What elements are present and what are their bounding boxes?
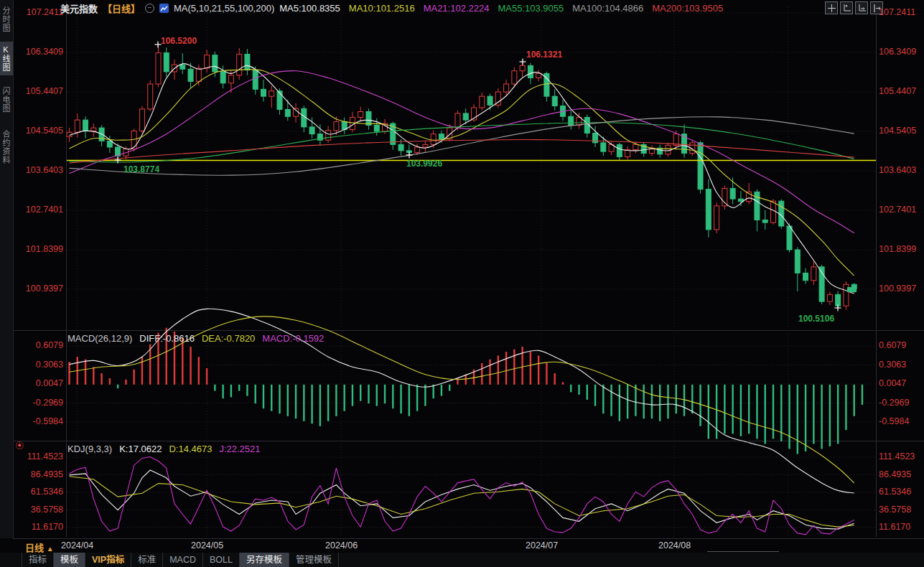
kdj-ytick-left: 86.4935 (11, 469, 63, 479)
price-annotation: 106.1321 (526, 50, 562, 60)
kdj-ytick-left: 111.4523 (11, 451, 63, 461)
chart-header: 美元指数 【日线】 − MA(5,10,21,55,100,200) MA5:1… (60, 1, 723, 14)
kdj-header: KDJ(9,3,3)K:17.0622D:14.4673J:22.2521 (67, 444, 261, 454)
main-ytick-right: 106.3409 (879, 47, 916, 57)
macd-header-segment: DEA:-0.7820 (202, 333, 255, 344)
footer-tab-bar: 指标模板VIP指标标准MACDBOLL另存模板管理模板 (0, 553, 924, 567)
price-annotation: 103.8774 (123, 164, 159, 174)
kdj-ytick-right: 111.4523 (879, 451, 915, 461)
ma-value-1: MA10:101.2516 (349, 3, 415, 14)
price-annotation: 106.5200 (161, 36, 197, 46)
macd-header-segment: MACD:-0.1592 (262, 333, 324, 344)
main-ytick-left: 101.8399 (11, 244, 63, 254)
main-ytick-left: 105.4407 (11, 86, 63, 96)
ma-legend: MA5:100.8355MA10:101.2516MA21:102.2224MA… (279, 3, 723, 14)
main-ytick-right: 107.2411 (879, 7, 915, 17)
macd-ytick-right: 0.0047 (879, 378, 906, 388)
price-annotation: 100.5106 (798, 314, 834, 324)
ma-value-4: MA100:104.4866 (572, 3, 643, 14)
collapse-icon[interactable]: − (145, 4, 154, 13)
footer-tabs: 指标模板VIP指标标准MACDBOLL另存模板管理模板 (22, 553, 339, 567)
main-ytick-left: 103.6403 (11, 165, 63, 175)
macd-ytick-left: 0.0047 (11, 378, 63, 388)
chart-mode-sidebar: 分时图 K线图 闪电图 合约资料 (0, 0, 14, 538)
chart-canvas[interactable] (0, 0, 924, 567)
kdj-header-segment: J:22.2521 (219, 444, 260, 454)
footer-tab-4[interactable]: 标准 (131, 553, 163, 567)
macd-header: MACD(26,12,9)DIFF:-0.8616DEA:-0.7820MACD… (67, 333, 324, 344)
sidebar-item-flash-chart[interactable]: 闪电图 (0, 83, 13, 116)
ma-config-label: MA(5,10,21,55,100,200) (174, 3, 274, 14)
footer-tab-7[interactable]: 另存模板 (240, 553, 289, 567)
macd-header-segment: DIFF:-0.8616 (139, 333, 195, 344)
main-ytick-right: 101.8399 (879, 244, 916, 254)
kdj-ytick-right: 61.5346 (879, 487, 911, 497)
main-ytick-right: 105.4407 (879, 86, 916, 96)
alert-icon[interactable] (16, 441, 24, 449)
macd-ytick-right: -0.5984 (879, 416, 909, 426)
sidebar-item-kline-chart[interactable]: K线图 (0, 42, 13, 75)
chart-toolbar (825, 1, 883, 14)
ma-value-5: MA200:103.9505 (652, 3, 723, 14)
main-ytick-right: 100.9397 (879, 284, 916, 294)
crosshair-icon[interactable] (825, 1, 838, 14)
kdj-ytick-right: 11.6170 (879, 522, 910, 532)
main-ytick-right: 104.5405 (879, 126, 916, 136)
kdj-header-segment: K:17.0622 (119, 444, 162, 454)
footer-tab-2[interactable]: 模板 (54, 553, 85, 567)
footer-tab-3[interactable]: VIP指标 (85, 553, 131, 567)
footer-tab-5[interactable]: MACD (163, 553, 203, 567)
main-ytick-left: 107.2411 (11, 7, 63, 17)
macd-ytick-left: 0.6079 (11, 340, 63, 350)
kdj-ytick-right: 86.4935 (879, 469, 911, 479)
main-ytick-left: 106.3409 (11, 47, 63, 57)
macd-ytick-right: -0.2969 (879, 398, 909, 408)
line-chart-icon[interactable] (159, 4, 169, 13)
axis-scale-left-icon[interactable] (840, 1, 853, 14)
date-axis-row: 日线 ▲ 2024/042024/052024/062024/072024/08 (13, 538, 924, 554)
scrollbar-thumb[interactable] (707, 551, 779, 552)
kdj-header-segment: D:14.4673 (169, 444, 212, 454)
main-ytick-left: 102.7401 (11, 205, 63, 215)
footer-tab-1[interactable]: 指标 (22, 553, 54, 567)
kdj-ytick-right: 36.5758 (879, 505, 911, 515)
ma-value-3: MA55:103.9055 (498, 3, 564, 14)
sidebar-item-time-chart[interactable]: 分时图 (0, 3, 13, 36)
trading-chart-app: 分时图 K线图 闪电图 合约资料 美元指数 【日线】 − MA(5,10,21,… (0, 0, 924, 567)
main-ytick-left: 100.9397 (11, 284, 63, 294)
ma-value-2: MA21:102.2224 (424, 3, 490, 14)
xaxis-date-label: 2024/05 (191, 540, 223, 550)
footer-tab-6[interactable]: BOLL (203, 553, 240, 567)
kdj-ytick-left: 61.5346 (11, 487, 63, 497)
main-ytick-left: 104.5405 (11, 126, 63, 136)
footer-tab-8[interactable]: 管理模板 (289, 553, 339, 567)
sidebar-item-contract-info[interactable]: 合约资料 (0, 126, 13, 168)
xaxis-date-label: 2024/04 (61, 540, 93, 550)
macd-header-segment: MACD(26,12,9) (67, 333, 132, 344)
xaxis-date-label: 2024/07 (526, 540, 558, 550)
ma-value-0: MA5:100.8355 (279, 3, 340, 14)
macd-ytick-left: -0.5984 (11, 416, 63, 426)
main-ytick-right: 103.6403 (879, 165, 916, 175)
main-ytick-right: 102.7401 (879, 205, 916, 215)
macd-ytick-left: -0.2969 (11, 398, 63, 408)
macd-ytick-right: 0.6079 (879, 340, 906, 350)
kdj-header-segment: KDJ(9,3,3) (67, 444, 112, 454)
xaxis-date-label: 2024/08 (658, 540, 691, 550)
kdj-ytick-left: 36.5758 (11, 505, 63, 515)
period-tag: 【日线】 (103, 1, 140, 15)
price-annotation: 103.9926 (406, 159, 442, 169)
kdj-ytick-left: 11.6170 (11, 522, 63, 532)
macd-ytick-left: 0.3063 (11, 360, 63, 370)
xaxis-date-label: 2024/06 (325, 540, 358, 550)
symbol-name: 美元指数 (60, 1, 98, 15)
macd-ytick-right: 0.3063 (879, 360, 906, 370)
axis-scale-right-icon[interactable] (855, 1, 868, 14)
